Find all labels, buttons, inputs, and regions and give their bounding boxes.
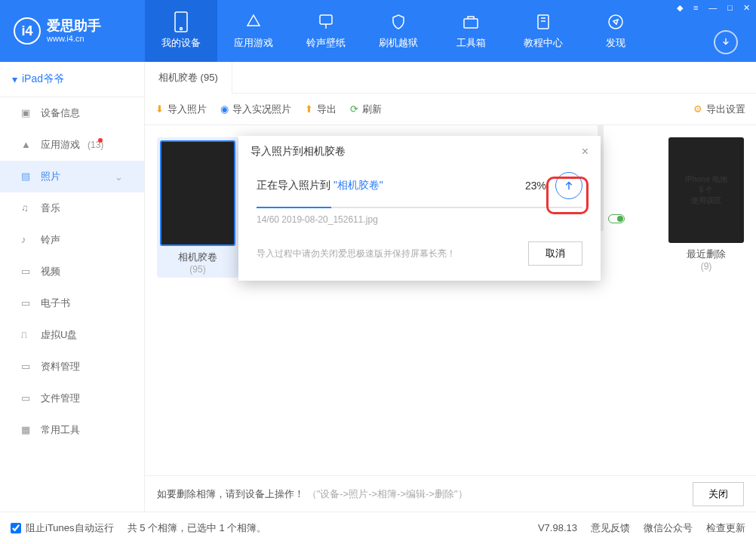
nav-label: 刷机越狱: [379, 36, 418, 50]
warning-text: 导入过程中请勿关闭爱思极速版并保持屏幕长亮！: [257, 247, 456, 260]
notification-dot: [98, 138, 103, 143]
sidebar-item-apps[interactable]: ▲应用游戏(13): [0, 129, 144, 161]
nav-flash[interactable]: 刷机越狱: [362, 0, 435, 62]
nav-label: 教程中心: [524, 36, 563, 50]
nav-tutorials[interactable]: 教程中心: [507, 0, 579, 62]
usb-icon: ⎍: [21, 329, 33, 341]
progress-fill: [257, 207, 331, 208]
label: 刷新: [362, 103, 382, 116]
check-update-link[interactable]: 检查更新: [706, 521, 745, 535]
nav-tools[interactable]: 工具箱: [435, 0, 507, 62]
compass-icon: [606, 12, 625, 32]
svg-rect-3: [464, 19, 478, 28]
device-icon: [171, 12, 191, 32]
block-itunes-checkbox[interactable]: 阻止iTunes自动运行: [11, 521, 114, 535]
sidebar-item-photos[interactable]: ▧照片⌄: [0, 161, 144, 192]
thumb-text: iPhone 电池: [685, 174, 727, 185]
wechat-link[interactable]: 微信公众号: [644, 521, 693, 535]
cancel-button[interactable]: 取消: [528, 241, 582, 266]
label: 导入照片: [167, 103, 207, 116]
download-indicator[interactable]: [714, 30, 738, 54]
device-selector[interactable]: ▾ iPad爷爷: [0, 62, 144, 97]
refresh-button[interactable]: ⟳刷新: [350, 103, 382, 116]
dialog-close-icon[interactable]: ×: [582, 145, 589, 158]
progress-bar: [257, 207, 582, 208]
export-icon: ⬆: [305, 103, 313, 115]
toolbox-icon: [461, 12, 481, 32]
import-photo-button[interactable]: ⬇导入照片: [155, 103, 207, 116]
sidebar-item-music[interactable]: ♫音乐: [0, 192, 144, 224]
svg-point-5: [609, 15, 622, 29]
feedback-link[interactable]: 意见反馈: [591, 521, 630, 535]
thumb-text: 5 个: [699, 185, 713, 195]
nav-apps[interactable]: 应用游戏: [217, 0, 290, 62]
minimize-icon[interactable]: —: [705, 2, 720, 14]
skin-icon[interactable]: ◆: [674, 2, 686, 14]
progress-text: 正在导入照片到 "相机胶卷": [257, 179, 516, 192]
logo-url: www.i4.cn: [47, 34, 101, 43]
music-icon: [316, 12, 336, 32]
chevron-down-icon: ⌄: [115, 171, 123, 183]
shield-icon: [389, 12, 408, 32]
progress-dest: "相机胶卷": [333, 179, 383, 191]
svg-rect-4: [538, 15, 549, 29]
nav-label: 工具箱: [456, 36, 486, 50]
sidebar-item-ebook[interactable]: ▭电子书: [0, 287, 144, 319]
book-icon: [533, 12, 553, 32]
export-button[interactable]: ⬆导出: [305, 103, 337, 116]
export-settings-button[interactable]: ⚙导出设置: [693, 103, 745, 116]
sidebar-label: 铃声: [41, 233, 60, 247]
progress-prefix: 正在导入照片到: [257, 179, 330, 191]
gear-icon: ⚙: [693, 103, 702, 115]
sidebar-item-ringtones[interactable]: ♪铃声: [0, 224, 144, 256]
info-icon: ▣: [21, 107, 33, 119]
book-icon: ▭: [21, 297, 33, 309]
apps-icon: ▲: [21, 139, 33, 151]
nav-label: 铃声壁纸: [306, 36, 346, 50]
close-icon[interactable]: ✕: [740, 2, 753, 14]
nav-discover[interactable]: 发现: [579, 0, 652, 62]
svg-rect-2: [320, 15, 332, 24]
import-progress-dialog: 导入照片到相机胶卷 × 正在导入照片到 "相机胶卷" 23% 14/60 201…: [238, 136, 601, 281]
app-header: i4 爱思助手 www.i4.cn 我的设备 应用游戏 铃声壁纸 刷机越狱 工具…: [0, 0, 756, 62]
sidebar-item-tools[interactable]: ▦常用工具: [0, 414, 144, 446]
sidebar-item-files[interactable]: ▭文件管理: [0, 383, 144, 414]
hint-text: 如要删除相簿，请到设备上操作！: [157, 488, 304, 499]
sidebar-label: 设备信息: [41, 106, 80, 120]
toggle-icon: [608, 214, 625, 223]
nav-ringtones[interactable]: 铃声壁纸: [290, 0, 362, 62]
album-camera-roll[interactable]: 相机胶卷 (95): [157, 137, 238, 278]
sidebar-label: 视频: [41, 265, 60, 278]
chevron-down-icon: ▾: [12, 73, 17, 85]
content-area: 相机胶卷 (95) ⬇导入照片 ◉导入实况照片 ⬆导出 ⟳刷新 ⚙导出设置 相机…: [145, 62, 756, 512]
selection-count: 共 5 个相簿，已选中 1 个相簿。: [128, 521, 267, 535]
logo-title: 爱思助手: [47, 19, 101, 34]
sidebar-item-info[interactable]: ▣设备信息: [0, 97, 144, 129]
apps-icon: [244, 12, 263, 32]
menu-icon[interactable]: ≡: [690, 2, 701, 14]
label: 导出设置: [706, 103, 745, 116]
nav-my-device[interactable]: 我的设备: [145, 0, 217, 62]
sidebar-item-data[interactable]: ▭资料管理: [0, 351, 144, 383]
album-count: (9): [668, 261, 744, 272]
sidebar-item-video[interactable]: ▭视频: [0, 256, 144, 287]
close-button[interactable]: 关闭: [693, 482, 744, 506]
file-icon: ▭: [21, 392, 33, 404]
album-thumb: [160, 140, 235, 246]
album-thumb: iPhone 电池 5 个 使用误区: [668, 137, 744, 243]
current-file: 14/60 2019-08-20_152611.jpg: [257, 214, 582, 225]
import-live-button[interactable]: ◉导入实况照片: [220, 103, 291, 116]
sidebar-label: 文件管理: [41, 392, 80, 405]
svg-rect-0: [175, 12, 187, 32]
dialog-title: 导入照片到相机胶卷: [250, 145, 346, 158]
nav-label: 应用游戏: [234, 36, 273, 50]
refresh-icon: ⟳: [350, 103, 358, 115]
album-recently-deleted[interactable]: iPhone 电池 5 个 使用误区 最近删除 (9): [668, 137, 744, 272]
logo-mark: i4: [14, 17, 41, 45]
sidebar-label: 资料管理: [41, 360, 80, 373]
sidebar-label: 应用游戏: [41, 138, 80, 152]
maximize-icon[interactable]: □: [724, 2, 736, 14]
tab-camera-roll[interactable]: 相机胶卷 (95): [145, 62, 232, 94]
sidebar-item-udisk[interactable]: ⎍虚拟U盘: [0, 319, 144, 351]
checkbox[interactable]: [11, 523, 21, 533]
